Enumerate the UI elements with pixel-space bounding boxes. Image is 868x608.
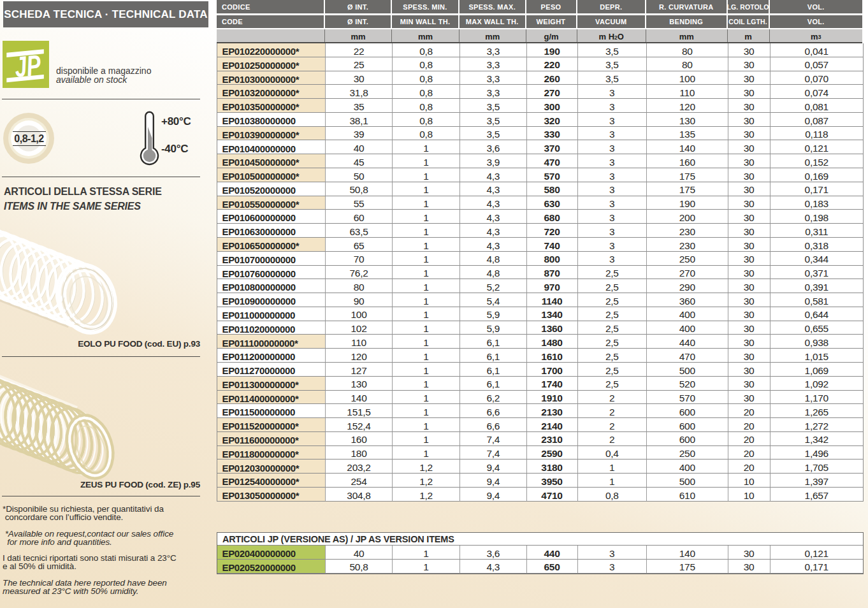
svg-text:JP: JP bbox=[13, 48, 43, 83]
